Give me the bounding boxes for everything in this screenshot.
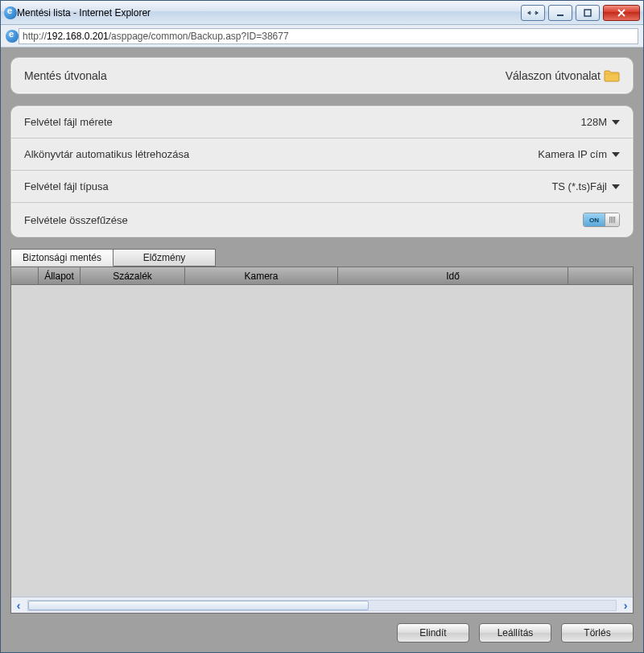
col-time[interactable]: Idő [338, 267, 568, 285]
window-frame: Mentési lista - Internet Explorer http:/… [0, 0, 644, 653]
file-size-row[interactable]: Felvétel fájl mérete 128M [11, 106, 633, 138]
delete-button-label: Törlés [584, 627, 610, 639]
horizontal-scrollbar[interactable]: ‹ › [11, 597, 633, 613]
svg-rect-0 [557, 14, 564, 16]
col-extra[interactable] [568, 267, 633, 285]
svg-rect-1 [584, 10, 591, 16]
title-bar: Mentési lista - Internet Explorer [1, 1, 643, 25]
close-button[interactable] [603, 5, 640, 21]
col-camera[interactable]: Kamera [185, 267, 338, 285]
file-size-label: Felvétel fájl mérete [24, 116, 580, 128]
start-button[interactable]: Elindít [397, 623, 469, 643]
window-title: Mentési lista - Internet Explorer [17, 7, 151, 19]
url-input[interactable]: http://192.168.0.201/asppage/common/Back… [19, 28, 638, 44]
button-row: Elindít Leállítás Törlés [10, 623, 634, 643]
tab-history[interactable]: Előzmény [113, 249, 216, 267]
choose-path-link[interactable]: Válaszon útvonalat [506, 69, 601, 82]
grid: Állapot Százalék Kamera Idő ‹ › [10, 267, 634, 614]
scroll-right-icon[interactable]: › [618, 598, 633, 613]
delete-button[interactable]: Törlés [561, 623, 634, 643]
stop-button-label: Leállítás [497, 627, 534, 639]
col-checkbox[interactable] [11, 267, 39, 285]
tab-history-label: Előzmény [143, 252, 186, 263]
tab-backup-label: Biztonsági mentés [23, 252, 101, 263]
maximize-button[interactable] [576, 5, 600, 21]
folder-icon[interactable] [604, 69, 620, 82]
subdir-value: Kamera IP cím [538, 148, 607, 160]
url-host: 192.168.0.201 [47, 31, 109, 42]
sync-button[interactable] [521, 5, 545, 21]
save-path-label: Mentés útvonala [24, 69, 506, 82]
col-state[interactable]: Állapot [39, 267, 80, 285]
file-size-value: 128M [580, 116, 607, 128]
col-percent[interactable]: Százalék [80, 267, 185, 285]
scroll-track[interactable] [27, 600, 617, 611]
subdir-label: Alkönyvtár automatikus létrehozása [24, 148, 538, 160]
url-path: /asppage/common/Backup.asp?ID=38677 [109, 31, 289, 42]
start-button-label: Elindít [419, 627, 446, 639]
toggle-knob [605, 213, 619, 226]
tab-backup[interactable]: Biztonsági mentés [10, 249, 114, 267]
ie-icon [4, 6, 17, 19]
settings-panel: Felvétel fájl mérete 128M Alkönyvtár aut… [10, 105, 634, 238]
url-prefix: http:// [23, 31, 47, 42]
grid-body [11, 285, 633, 597]
scroll-left-icon[interactable]: ‹ [11, 598, 26, 613]
page-body: Mentés útvonala Válaszon útvonalat Felvé… [1, 48, 643, 652]
save-path-panel: Mentés útvonala Válaszon útvonalat [10, 57, 634, 94]
grid-header: Állapot Százalék Kamera Idő [11, 267, 633, 285]
file-type-row[interactable]: Felvétel fájl típusa TS (*.ts)Fájl [11, 171, 633, 203]
scroll-thumb[interactable] [28, 601, 369, 610]
dropdown-icon [612, 184, 620, 189]
merge-label: Felvétele összefűzése [24, 214, 583, 226]
tabs: Biztonsági mentés Előzmény [10, 249, 634, 267]
minimize-button[interactable] [548, 5, 572, 21]
merge-row: Felvétele összefűzése ON [11, 203, 633, 237]
stop-button[interactable]: Leállítás [479, 623, 551, 643]
file-type-label: Felvétel fájl típusa [24, 180, 551, 192]
address-bar: http://192.168.0.201/asppage/common/Back… [1, 25, 643, 48]
file-type-value: TS (*.ts)Fájl [551, 180, 607, 192]
ie-favicon-icon [6, 30, 19, 43]
toggle-on-label: ON [584, 213, 605, 226]
dropdown-icon [612, 120, 620, 125]
dropdown-icon [612, 152, 620, 157]
merge-toggle[interactable]: ON [583, 213, 620, 227]
subdir-row[interactable]: Alkönyvtár automatikus létrehozása Kamer… [11, 138, 633, 171]
